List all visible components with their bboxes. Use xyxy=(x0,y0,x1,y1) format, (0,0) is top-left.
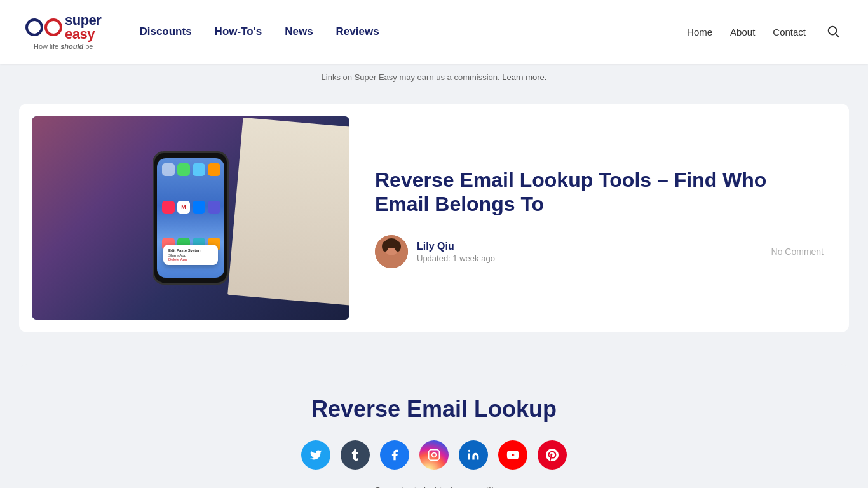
pinterest-icon xyxy=(546,449,559,461)
nav-about[interactable]: About xyxy=(730,27,755,37)
social-icon-instagram[interactable] xyxy=(419,440,449,470)
book-background xyxy=(227,118,349,306)
search-button[interactable] xyxy=(824,22,843,43)
article-title: Reverse Email Lookup Tools – Find Who Em… xyxy=(375,168,824,217)
social-icon-tumblr[interactable] xyxy=(341,440,370,470)
article-updated: Updated: 1 week ago xyxy=(417,254,495,263)
avatar-image xyxy=(375,235,408,268)
notice-link[interactable]: Learn more. xyxy=(502,72,546,82)
phone-illustration: M Edit Paste System Share App Delete App xyxy=(153,151,229,285)
article-meta: Reverse Email Lookup Tools – Find Who Em… xyxy=(375,168,824,269)
nav-contact[interactable]: Contact xyxy=(773,27,806,37)
search-icon xyxy=(826,24,840,38)
nav-discounts[interactable]: Discounts xyxy=(139,25,191,38)
logo-circle-red xyxy=(44,18,62,36)
social-icon-twitter[interactable] xyxy=(301,440,330,470)
article-hero: M Edit Paste System Share App Delete App xyxy=(19,104,849,332)
youtube-icon xyxy=(506,449,519,461)
nav-home[interactable]: Home xyxy=(687,27,712,37)
social-icon-pinterest[interactable] xyxy=(538,440,567,470)
svg-point-11 xyxy=(468,450,470,452)
svg-point-8 xyxy=(395,241,401,252)
instagram-icon xyxy=(428,449,440,461)
notice-text: Links on Super Easy may earn us a commis… xyxy=(322,72,500,82)
author-info: Lily Qiu Updated: 1 week ago xyxy=(375,235,495,268)
lookup-card: Reverse Email Lookup See who is behind a… xyxy=(19,364,849,488)
twitter-icon xyxy=(309,449,322,461)
facebook-icon xyxy=(388,449,401,461)
logo-circle-navy xyxy=(25,18,43,36)
avatar xyxy=(375,235,408,268)
linkedin-icon xyxy=(467,449,480,461)
author-row: Lily Qiu Updated: 1 week ago No Comment xyxy=(375,235,824,268)
author-name: Lily Qiu xyxy=(417,241,495,252)
social-icon-linkedin[interactable] xyxy=(459,440,488,470)
logo-tagline: How life should be xyxy=(34,43,93,50)
nav-reviews[interactable]: Reviews xyxy=(336,25,379,38)
author-text: Lily Qiu Updated: 1 week ago xyxy=(417,241,495,263)
article-card: M Edit Paste System Share App Delete App xyxy=(19,104,849,332)
secondary-navigation: Home About Contact xyxy=(687,22,843,43)
lookup-title: Reverse Email Lookup xyxy=(38,396,830,423)
main-navigation: Discounts How-To's News Reviews xyxy=(139,25,687,38)
svg-line-1 xyxy=(836,34,839,37)
lookup-description: See who is behind an email! xyxy=(38,485,830,488)
site-header: super easy How life should be Discounts … xyxy=(0,0,868,64)
gmail-popup: Edit Paste System Share App Delete App xyxy=(163,245,218,265)
notice-bar: Links on Super Easy may earn us a commis… xyxy=(0,64,868,91)
nav-howtos[interactable]: How-To's xyxy=(215,25,262,38)
comment-count: No Comment xyxy=(771,247,824,257)
social-icons-row xyxy=(38,440,830,470)
svg-rect-9 xyxy=(429,450,440,461)
nav-news[interactable]: News xyxy=(285,25,313,38)
social-icon-facebook[interactable] xyxy=(380,440,409,470)
tumblr-icon xyxy=(349,449,361,461)
article-hero-image: M Edit Paste System Share App Delete App xyxy=(32,116,349,320)
logo-super-text: super xyxy=(65,13,101,27)
logo-easy-text: easy xyxy=(65,27,101,41)
social-icon-youtube[interactable] xyxy=(498,440,527,470)
site-logo[interactable]: super easy How life should be xyxy=(25,13,101,50)
svg-point-7 xyxy=(382,241,388,252)
